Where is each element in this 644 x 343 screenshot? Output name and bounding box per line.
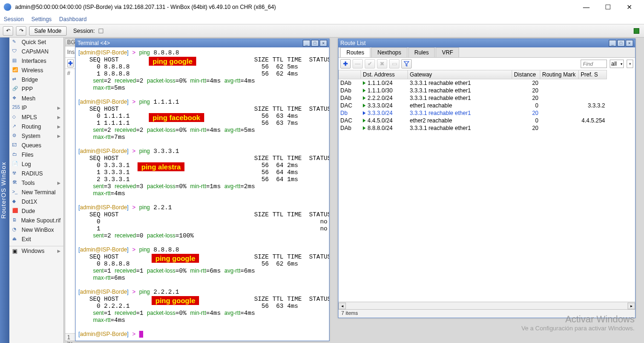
route-minimize-button[interactable]: _ <box>609 40 616 46</box>
menu-session[interactable]: Session <box>4 16 24 23</box>
sidebar-item-dot1x[interactable]: ◆Dot1X <box>9 197 63 206</box>
sidebar-icon: 🔗 <box>12 86 19 92</box>
sidebar-icon: 📄 <box>12 161 19 168</box>
sidebar: ✎Quick Set🛡CAPsMAN▤Interfaces📶Wireless⇄B… <box>9 38 64 343</box>
sidebar-icon: 🛡 <box>12 48 19 55</box>
route-comment-button[interactable]: ▭ <box>389 59 399 69</box>
sidebar-item-new-terminal[interactable]: >_New Terminal <box>9 188 63 197</box>
table-row[interactable]: DAb1.1.1.0/243.3.3.1 reachable ether120 <box>338 79 635 87</box>
route-table: Dst. Address Gateway Distance Routing Ma… <box>338 70 635 309</box>
filter-drop-button[interactable]: ▾ <box>627 60 633 68</box>
route-list-window[interactable]: Route List _ □ × Routes Nexthops Rules V… <box>338 38 636 318</box>
sidebar-item-routing[interactable]: ↗Routing▶ <box>9 122 63 131</box>
safe-mode-button[interactable]: Safe Mode <box>29 26 67 36</box>
bgp-window[interactable]: BGP Ins ✚ # 1 ite <box>65 38 76 341</box>
sidebar-item-wireless[interactable]: 📶Wireless <box>9 66 63 75</box>
scroll-left-button[interactable]: ◂ <box>338 303 346 309</box>
route-close-button[interactable]: × <box>626 40 633 46</box>
sidebar-item-ppp[interactable]: 🔗PPP <box>9 84 63 94</box>
route-titlebar[interactable]: Route List _ □ × <box>338 39 635 47</box>
sidebar-icon: ⏏ <box>12 236 19 243</box>
find-input[interactable] <box>581 60 607 68</box>
sidebar-item-files[interactable]: 🗀Files <box>9 150 63 160</box>
route-filter-button[interactable] <box>401 59 412 69</box>
sidebar-item-mesh[interactable]: ❖Mesh <box>9 94 63 103</box>
sidebar-item-dude[interactable]: 🟥Dude <box>9 206 63 216</box>
session-checkbox[interactable] <box>99 29 103 33</box>
sidebar-item-system[interactable]: ⚙System▶ <box>9 131 63 141</box>
table-row[interactable]: DAb1.1.1.0/303.3.3.1 reachable ether120 <box>338 87 635 94</box>
table-row[interactable]: DAb8.8.8.0/243.3.3.1 reachable ether120 <box>338 124 635 132</box>
sidebar-icon: ◔ <box>12 227 19 233</box>
sidebar-icon: ❖ <box>12 95 19 102</box>
sidebar-icon: ▤ <box>12 58 19 64</box>
annotation: ping google <box>149 57 196 66</box>
terminal-maximize-button[interactable]: □ <box>311 40 319 46</box>
undo-button[interactable]: ↶ <box>3 26 13 36</box>
terminal-body[interactable]: [admin@ISP-Borde] > ping 8.8.8.8 SEQ HOS… <box>76 47 329 341</box>
route-disable-button[interactable]: ✖ <box>377 59 387 69</box>
route-toolbar: ✚ — ✔ ✖ ▭ all▾ ▾ <box>338 58 635 70</box>
app-icon <box>4 3 11 11</box>
scroll-right-button[interactable]: ▸ <box>628 303 635 309</box>
sidebar-item-exit[interactable]: ⏏Exit <box>9 235 63 244</box>
sidebar-item-radius[interactable]: ☢RADIUS <box>9 169 63 178</box>
sidebar-icon: ◆ <box>12 198 19 205</box>
funnel-icon <box>404 61 409 67</box>
filter-scope-select[interactable]: all▾ <box>610 60 624 68</box>
terminal-titlebar[interactable]: Terminal <4> _ □ × <box>76 39 329 47</box>
terminal-minimize-button[interactable]: _ <box>303 40 310 46</box>
sidebar-item-log[interactable]: 📄Log <box>9 160 63 169</box>
table-row[interactable]: DAC3.3.3.0/24ether1 reachable03.3.3.2 <box>338 102 635 109</box>
chevron-right-icon: ▶ <box>57 124 61 129</box>
bgp-title: BGP <box>65 39 76 46</box>
route-table-header: Dst. Address Gateway Distance Routing Ma… <box>338 70 635 79</box>
tab-rules[interactable]: Rules <box>408 47 435 57</box>
terminal-window[interactable]: Terminal <4> _ □ × [admin@ISP-Borde] > p… <box>75 38 330 341</box>
sidebar-item-mpls[interactable]: ◇MPLS▶ <box>9 113 63 122</box>
sidebar-icon: ⇄ <box>12 76 19 83</box>
tab-nexthops[interactable]: Nexthops <box>371 47 407 57</box>
tab-routes[interactable]: Routes <box>340 47 370 57</box>
sidebar-item-tools[interactable]: 🛠Tools▶ <box>9 178 63 188</box>
sidebar-item-bridge[interactable]: ⇄Bridge <box>9 75 63 84</box>
menu-dashboard[interactable]: Dashboard <box>59 16 87 23</box>
minimize-button[interactable]: — <box>575 0 597 14</box>
windows-icon: ▣ <box>12 248 19 254</box>
sidebar-icon: 🗠 <box>12 142 19 149</box>
sidebar-item-quick-set[interactable]: ✎Quick Set <box>9 38 63 47</box>
chevron-right-icon: ▶ <box>57 249 61 253</box>
terminal-close-button[interactable]: × <box>320 40 327 46</box>
sidebar-item-make-supout.rif[interactable]: 🗎Make Supout.rif <box>9 216 63 225</box>
route-title: Route List <box>340 40 366 46</box>
annotation: ping alestra <box>138 162 184 171</box>
sidebar-item-capsman[interactable]: 🛡CAPsMAN <box>9 47 63 56</box>
sidebar-icon: 🗎 <box>12 217 18 224</box>
sidebar-item-queues[interactable]: 🗠Queues <box>9 141 63 150</box>
close-button[interactable]: ✕ <box>619 0 640 14</box>
bgp-add-button[interactable]: ✚ <box>67 59 74 68</box>
annotation: ping google <box>152 254 199 263</box>
table-row[interactable]: DAb2.2.2.0/243.3.3.1 reachable ether120 <box>338 94 635 102</box>
tab-vrf[interactable]: VRF <box>436 47 459 57</box>
chevron-right-icon: ▶ <box>57 106 61 110</box>
table-row[interactable]: DAC4.4.5.0/24ether2 reachable04.4.5.254 <box>338 117 635 124</box>
sidebar-item-ip[interactable]: 255IP▶ <box>9 103 63 113</box>
route-add-button[interactable]: ✚ <box>340 59 351 69</box>
sidebar-item-new-winbox[interactable]: ◔New WinBox <box>9 225 63 235</box>
table-row[interactable]: Db3.3.3.0/243.3.3.1 reachable ether120 <box>338 109 635 117</box>
maximize-button[interactable]: ☐ <box>597 0 619 14</box>
sidebar-icon: 255 <box>12 105 19 111</box>
sidebar-windows[interactable]: ▣ Windows ▶ <box>9 246 63 256</box>
redo-button[interactable]: ↷ <box>16 26 26 36</box>
routeros-tab[interactable]: RouterOS WinBox <box>0 38 9 343</box>
sidebar-icon: 🛠 <box>12 180 19 186</box>
menu-settings[interactable]: Settings <box>31 16 52 23</box>
annotation: ping facebook <box>149 113 204 122</box>
route-remove-button[interactable]: — <box>353 59 363 69</box>
route-enable-button[interactable]: ✔ <box>365 59 375 69</box>
toolbar: ↶ ↷ Safe Mode Session: <box>0 24 644 38</box>
route-hscroll[interactable]: ◂ ▸ <box>338 302 635 309</box>
route-maximize-button[interactable]: □ <box>617 40 625 46</box>
sidebar-item-interfaces[interactable]: ▤Interfaces <box>9 56 63 66</box>
